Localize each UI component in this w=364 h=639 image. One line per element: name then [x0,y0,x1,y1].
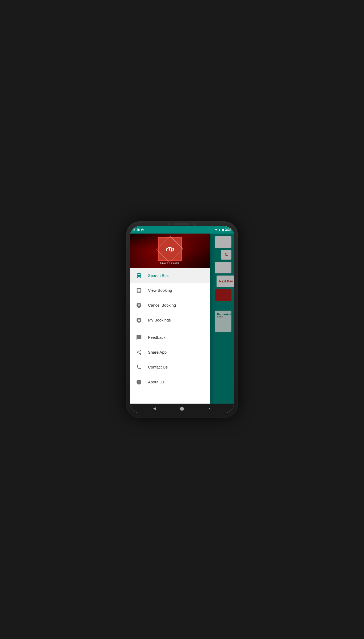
share-app-label: Share App [148,350,167,354]
settings-icon: ⚙ [133,228,135,231]
logo-text: rTp [166,246,173,253]
status-bar: ⚙ ▣ ◎ ▾ ▲ ▮ 3:38 [130,226,234,234]
receipt-icon [135,287,143,294]
menu-item-cancel-booking[interactable]: Cancel Booking [130,298,210,313]
view-booking-label: View Booking [148,288,172,293]
feedback-label: Feedback [148,335,166,340]
contact-us-label: Contact Us [148,365,168,369]
menu-item-search-bus[interactable]: Search Bus [130,268,210,283]
menu-item-share-app[interactable]: Share App [130,345,210,360]
camera-dot [168,223,171,226]
menu-item-feedback[interactable]: Feedback [130,330,210,345]
status-left-icons: ⚙ ▣ ◎ [133,228,144,231]
menu-section: Search Bus View Booking [130,268,210,404]
app-content: ⇅ Next Day Pathankot 2018 [130,234,234,404]
phone-icon [135,363,143,371]
share-icon [135,349,143,356]
search-bus-label: Search Bus [148,273,169,278]
menu-item-about-us[interactable]: About Us [130,375,210,390]
star-icon [135,316,143,324]
signal-icon: ▲ [218,228,221,232]
phone-top-bar [126,223,238,226]
back-button[interactable]: ◀ [152,406,157,411]
cancel-icon [135,302,143,309]
battery-icon: ▮ [222,228,224,232]
data-icon: ◎ [141,228,144,231]
phone-screen: ⚙ ▣ ◎ ▾ ▲ ▮ 3:38 ⇅ [130,226,234,413]
info-icon [135,378,143,386]
logo-container: rTp TRAVEL POINT [158,237,182,264]
status-right-icons: ▾ ▲ ▮ 3:38 [215,228,231,232]
feedback-icon [135,334,143,341]
speaker-grill [174,223,190,225]
menu-item-contact-us[interactable]: Contact Us [130,360,210,375]
drawer-header: rTp TRAVEL POINT [130,234,210,268]
recents-button[interactable]: ▪ [207,406,212,411]
wifi-icon: ▾ [215,228,217,232]
logo-box: rTp [158,237,182,261]
bottom-navigation: ◀ ⬤ ▪ [130,404,234,413]
menu-divider-1 [130,329,210,329]
navigation-drawer: rTp TRAVEL POINT Search Bus [130,234,210,404]
home-button[interactable]: ⬤ [179,406,185,411]
menu-item-my-bookings[interactable]: My Bookings [130,313,210,328]
bus-icon [135,272,143,279]
cancel-booking-label: Cancel Booking [148,303,176,307]
about-us-label: About Us [148,380,164,384]
my-bookings-label: My Bookings [148,318,171,322]
sim-icon: ▣ [137,228,139,231]
menu-item-view-booking[interactable]: View Booking [130,283,210,298]
flash-dot [193,223,196,226]
phone-frame: ⚙ ▣ ◎ ▾ ▲ ▮ 3:38 ⇅ [126,221,238,418]
time-display: 3:38 [225,228,231,232]
